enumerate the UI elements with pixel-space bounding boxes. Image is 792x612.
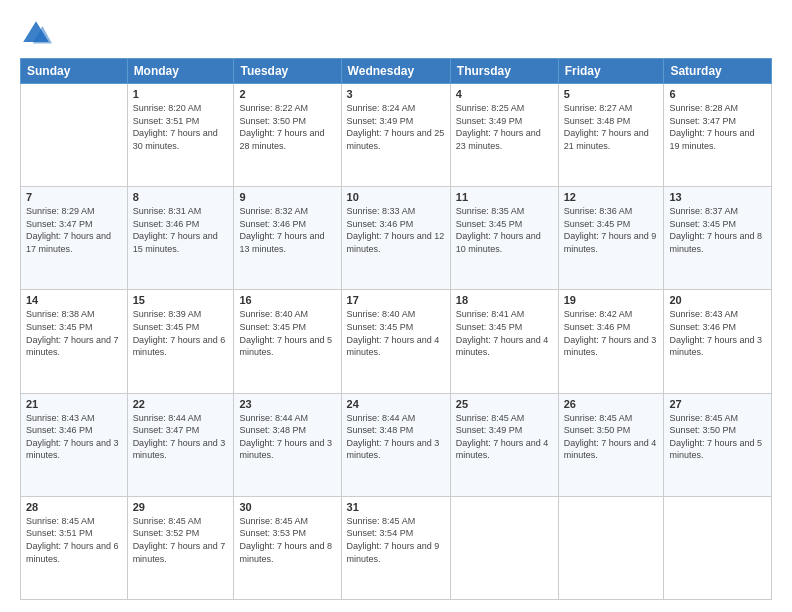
calendar-cell: 2Sunrise: 8:22 AMSunset: 3:50 PMDaylight… [234,84,341,187]
cell-info: Sunrise: 8:43 AMSunset: 3:46 PMDaylight:… [669,308,766,358]
cell-info: Sunrise: 8:38 AMSunset: 3:45 PMDaylight:… [26,308,122,358]
calendar-cell: 17Sunrise: 8:40 AMSunset: 3:45 PMDayligh… [341,290,450,393]
calendar-table: SundayMondayTuesdayWednesdayThursdayFrid… [20,58,772,600]
logo [20,18,56,50]
cell-day-number: 10 [347,191,445,203]
calendar-cell: 13Sunrise: 8:37 AMSunset: 3:45 PMDayligh… [664,187,772,290]
calendar-cell: 28Sunrise: 8:45 AMSunset: 3:51 PMDayligh… [21,496,128,599]
cell-day-number: 25 [456,398,553,410]
cell-day-number: 11 [456,191,553,203]
cell-day-number: 8 [133,191,229,203]
cell-info: Sunrise: 8:42 AMSunset: 3:46 PMDaylight:… [564,308,659,358]
cell-info: Sunrise: 8:45 AMSunset: 3:53 PMDaylight:… [239,515,335,565]
cell-day-number: 19 [564,294,659,306]
cell-info: Sunrise: 8:45 AMSunset: 3:50 PMDaylight:… [669,412,766,462]
cell-info: Sunrise: 8:44 AMSunset: 3:48 PMDaylight:… [239,412,335,462]
calendar-cell: 3Sunrise: 8:24 AMSunset: 3:49 PMDaylight… [341,84,450,187]
cell-info: Sunrise: 8:37 AMSunset: 3:45 PMDaylight:… [669,205,766,255]
cell-day-number: 14 [26,294,122,306]
cell-info: Sunrise: 8:40 AMSunset: 3:45 PMDaylight:… [239,308,335,358]
calendar-cell: 6Sunrise: 8:28 AMSunset: 3:47 PMDaylight… [664,84,772,187]
calendar-cell [450,496,558,599]
cell-info: Sunrise: 8:45 AMSunset: 3:50 PMDaylight:… [564,412,659,462]
calendar-day-header: Friday [558,59,664,84]
calendar-day-header: Sunday [21,59,128,84]
calendar-day-header: Tuesday [234,59,341,84]
cell-info: Sunrise: 8:20 AMSunset: 3:51 PMDaylight:… [133,102,229,152]
cell-info: Sunrise: 8:45 AMSunset: 3:49 PMDaylight:… [456,412,553,462]
calendar-cell: 1Sunrise: 8:20 AMSunset: 3:51 PMDaylight… [127,84,234,187]
cell-day-number: 12 [564,191,659,203]
cell-day-number: 30 [239,501,335,513]
calendar-cell: 25Sunrise: 8:45 AMSunset: 3:49 PMDayligh… [450,393,558,496]
cell-day-number: 13 [669,191,766,203]
cell-info: Sunrise: 8:33 AMSunset: 3:46 PMDaylight:… [347,205,445,255]
cell-day-number: 17 [347,294,445,306]
cell-info: Sunrise: 8:25 AMSunset: 3:49 PMDaylight:… [456,102,553,152]
cell-info: Sunrise: 8:32 AMSunset: 3:46 PMDaylight:… [239,205,335,255]
cell-day-number: 16 [239,294,335,306]
calendar-week-row: 28Sunrise: 8:45 AMSunset: 3:51 PMDayligh… [21,496,772,599]
cell-day-number: 21 [26,398,122,410]
calendar-day-header: Saturday [664,59,772,84]
calendar-cell: 14Sunrise: 8:38 AMSunset: 3:45 PMDayligh… [21,290,128,393]
cell-day-number: 22 [133,398,229,410]
cell-day-number: 5 [564,88,659,100]
calendar-day-header: Thursday [450,59,558,84]
cell-day-number: 28 [26,501,122,513]
calendar-cell: 20Sunrise: 8:43 AMSunset: 3:46 PMDayligh… [664,290,772,393]
calendar-cell: 23Sunrise: 8:44 AMSunset: 3:48 PMDayligh… [234,393,341,496]
cell-day-number: 18 [456,294,553,306]
cell-day-number: 1 [133,88,229,100]
calendar-cell: 11Sunrise: 8:35 AMSunset: 3:45 PMDayligh… [450,187,558,290]
calendar-week-row: 21Sunrise: 8:43 AMSunset: 3:46 PMDayligh… [21,393,772,496]
calendar-cell: 22Sunrise: 8:44 AMSunset: 3:47 PMDayligh… [127,393,234,496]
calendar-cell: 30Sunrise: 8:45 AMSunset: 3:53 PMDayligh… [234,496,341,599]
cell-info: Sunrise: 8:45 AMSunset: 3:54 PMDaylight:… [347,515,445,565]
cell-info: Sunrise: 8:41 AMSunset: 3:45 PMDaylight:… [456,308,553,358]
calendar-cell: 15Sunrise: 8:39 AMSunset: 3:45 PMDayligh… [127,290,234,393]
calendar-cell: 21Sunrise: 8:43 AMSunset: 3:46 PMDayligh… [21,393,128,496]
cell-day-number: 31 [347,501,445,513]
cell-info: Sunrise: 8:45 AMSunset: 3:52 PMDaylight:… [133,515,229,565]
calendar-cell [21,84,128,187]
cell-day-number: 7 [26,191,122,203]
calendar-cell [558,496,664,599]
cell-day-number: 15 [133,294,229,306]
cell-info: Sunrise: 8:27 AMSunset: 3:48 PMDaylight:… [564,102,659,152]
calendar-cell: 4Sunrise: 8:25 AMSunset: 3:49 PMDaylight… [450,84,558,187]
cell-info: Sunrise: 8:28 AMSunset: 3:47 PMDaylight:… [669,102,766,152]
cell-info: Sunrise: 8:44 AMSunset: 3:47 PMDaylight:… [133,412,229,462]
logo-icon [20,18,52,50]
calendar-week-row: 1Sunrise: 8:20 AMSunset: 3:51 PMDaylight… [21,84,772,187]
cell-info: Sunrise: 8:39 AMSunset: 3:45 PMDaylight:… [133,308,229,358]
calendar-week-row: 7Sunrise: 8:29 AMSunset: 3:47 PMDaylight… [21,187,772,290]
calendar-cell: 31Sunrise: 8:45 AMSunset: 3:54 PMDayligh… [341,496,450,599]
cell-info: Sunrise: 8:36 AMSunset: 3:45 PMDaylight:… [564,205,659,255]
calendar-cell: 24Sunrise: 8:44 AMSunset: 3:48 PMDayligh… [341,393,450,496]
calendar-day-header: Wednesday [341,59,450,84]
cell-day-number: 9 [239,191,335,203]
calendar-cell [664,496,772,599]
cell-day-number: 23 [239,398,335,410]
calendar-cell: 7Sunrise: 8:29 AMSunset: 3:47 PMDaylight… [21,187,128,290]
cell-day-number: 29 [133,501,229,513]
calendar-week-row: 14Sunrise: 8:38 AMSunset: 3:45 PMDayligh… [21,290,772,393]
cell-info: Sunrise: 8:24 AMSunset: 3:49 PMDaylight:… [347,102,445,152]
cell-info: Sunrise: 8:35 AMSunset: 3:45 PMDaylight:… [456,205,553,255]
calendar-cell: 9Sunrise: 8:32 AMSunset: 3:46 PMDaylight… [234,187,341,290]
cell-day-number: 27 [669,398,766,410]
calendar-cell: 12Sunrise: 8:36 AMSunset: 3:45 PMDayligh… [558,187,664,290]
cell-day-number: 4 [456,88,553,100]
cell-info: Sunrise: 8:22 AMSunset: 3:50 PMDaylight:… [239,102,335,152]
calendar-cell: 18Sunrise: 8:41 AMSunset: 3:45 PMDayligh… [450,290,558,393]
header [20,18,772,50]
cell-day-number: 2 [239,88,335,100]
calendar-cell: 8Sunrise: 8:31 AMSunset: 3:46 PMDaylight… [127,187,234,290]
calendar-cell: 16Sunrise: 8:40 AMSunset: 3:45 PMDayligh… [234,290,341,393]
calendar-cell: 5Sunrise: 8:27 AMSunset: 3:48 PMDaylight… [558,84,664,187]
cell-info: Sunrise: 8:40 AMSunset: 3:45 PMDaylight:… [347,308,445,358]
cell-day-number: 26 [564,398,659,410]
cell-info: Sunrise: 8:43 AMSunset: 3:46 PMDaylight:… [26,412,122,462]
calendar-header-row: SundayMondayTuesdayWednesdayThursdayFrid… [21,59,772,84]
